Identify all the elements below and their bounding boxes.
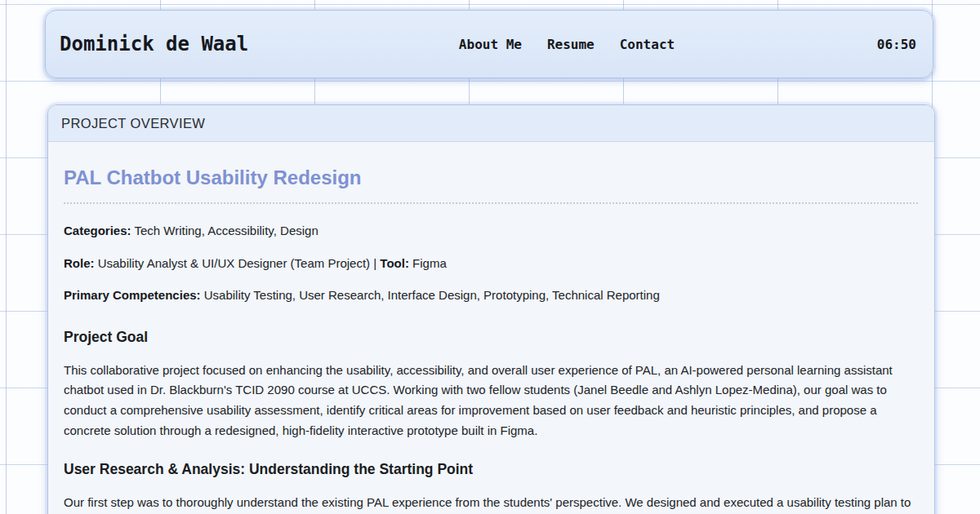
meta-tool-value: Figma bbox=[409, 256, 447, 270]
project-overview-card: PROJECT OVERVIEW PAL Chatbot Usability R… bbox=[47, 104, 935, 514]
meta-competencies: Primary Competencies: Usability Testing,… bbox=[64, 287, 918, 304]
site-name-link[interactable]: Dominick de Waal bbox=[60, 33, 248, 55]
meta-role-tool: Role: Usability Analyst & UI/UX Designer… bbox=[64, 255, 918, 272]
section-para-project-goal: This collaborative project focused on en… bbox=[64, 361, 918, 441]
section-heading-project-goal: Project Goal bbox=[64, 329, 918, 345]
meta-categories-label: Categories: bbox=[64, 224, 131, 237]
panel-body: PAL Chatbot Usability Redesign Categorie… bbox=[48, 142, 934, 514]
meta-categories: Categories: Tech Writing, Accessibility,… bbox=[64, 223, 918, 239]
section-para-user-research: Our first step was to thoroughly underst… bbox=[64, 493, 918, 514]
meta-role-label: Role: bbox=[64, 256, 95, 270]
meta-competencies-label: Primary Competencies: bbox=[64, 288, 201, 302]
meta-role-value: Usability Analyst & UI/UX Designer (Team… bbox=[95, 256, 381, 270]
clock-display: 06:50 bbox=[877, 37, 916, 52]
panel-header: PROJECT OVERVIEW bbox=[48, 105, 934, 142]
meta-categories-value: Tech Writing, Accessibility, Design bbox=[131, 224, 318, 237]
nav-link-about-me[interactable]: About Me bbox=[459, 37, 522, 52]
meta-tool-label: Tool: bbox=[380, 256, 409, 270]
site-header: Dominick de Waal About Me Resume Contact… bbox=[45, 10, 933, 78]
panel-header-title: PROJECT OVERVIEW bbox=[61, 116, 205, 131]
page-background-grid: Dominick de Waal About Me Resume Contact… bbox=[0, 0, 980, 514]
project-title: PAL Chatbot Usability Redesign bbox=[64, 166, 918, 189]
section-heading-user-research: User Research & Analysis: Understanding … bbox=[64, 461, 918, 477]
nav-link-contact[interactable]: Contact bbox=[620, 37, 675, 52]
main-nav: About Me Resume Contact bbox=[451, 37, 675, 52]
meta-competencies-value: Usability Testing, User Research, Interf… bbox=[201, 288, 660, 302]
nav-link-resume[interactable]: Resume bbox=[547, 37, 595, 52]
dotted-divider bbox=[64, 202, 918, 204]
section-para-user-research-visible: Our first step was to thoroughly underst… bbox=[64, 495, 898, 509]
